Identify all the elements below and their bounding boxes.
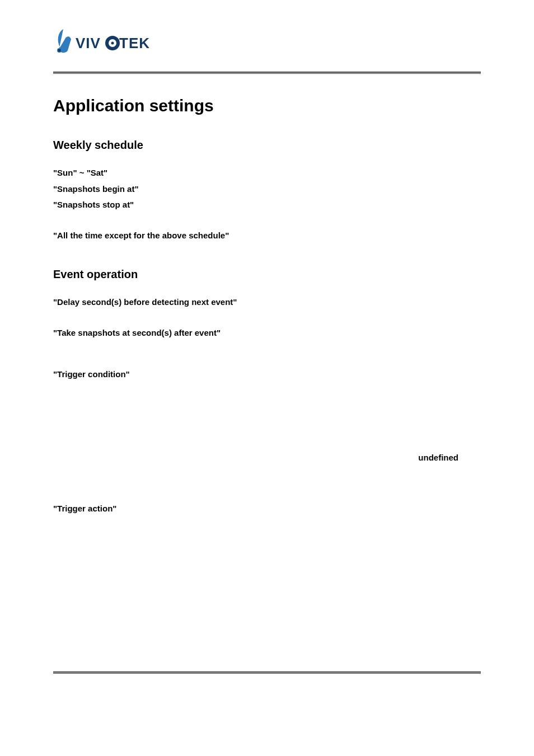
svg-point-4	[111, 42, 114, 45]
setting-take-snapshots-after: "Take snapshots at second(s) after event…	[53, 325, 481, 341]
document-body: Application settings Weekly schedule "Su…	[53, 74, 481, 516]
section-heading-event-operation: Event operation	[53, 268, 481, 281]
brand-logo: VIV TEK	[53, 28, 481, 58]
setting-trigger-condition: "Trigger condition"	[53, 367, 481, 383]
setting-trigger-action: "Trigger action"	[53, 501, 481, 517]
vivotek-logo-icon: VIV TEK	[53, 28, 176, 56]
svg-text:VIV: VIV	[76, 35, 101, 51]
bottom-divider	[53, 672, 481, 674]
svg-rect-1	[58, 49, 61, 52]
setting-snapshots-begin: "Snapshots begin at"	[53, 181, 481, 198]
text-undefined: undefined	[53, 453, 481, 462]
setting-sun-sat: "Sun" ~ "Sat"	[53, 165, 481, 181]
section-heading-weekly-schedule: Weekly schedule	[53, 139, 481, 152]
page-title: Application settings	[53, 96, 481, 115]
document-page: VIV TEK Application settings Weekly sche…	[0, 0, 534, 756]
setting-snapshots-stop: "Snapshots stop at"	[53, 197, 481, 213]
svg-text:TEK: TEK	[119, 35, 150, 51]
top-divider	[53, 72, 481, 74]
setting-delay-seconds: "Delay second(s) before detecting next e…	[53, 294, 481, 311]
setting-all-time-except: "All the time except for the above sched…	[53, 228, 481, 244]
